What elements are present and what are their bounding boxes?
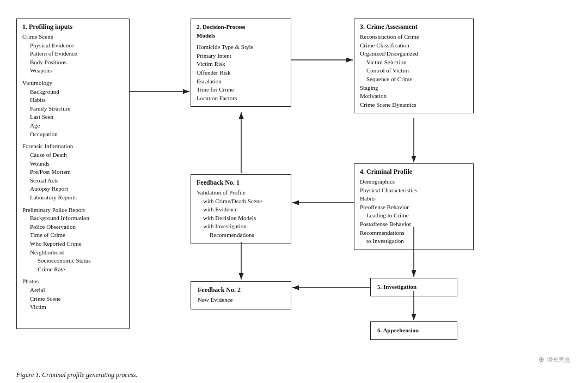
box4-title: 4. Criminal Profile bbox=[360, 168, 468, 176]
box3-crime-assessment: 3. Crime Assessment Reconstruction of Cr… bbox=[354, 19, 474, 113]
police-report-heading: Preliminary Police Report bbox=[22, 206, 124, 215]
box4-criminal-profile: 4. Criminal Profile Demographics Physica… bbox=[354, 163, 474, 250]
box4-leading: Leading to Crime bbox=[360, 212, 409, 218]
box3-title: 3. Crime Assessment bbox=[360, 23, 468, 31]
forensic-items: Cause of Death Wounds Pre/Post Mortem Se… bbox=[22, 151, 124, 202]
crime-rate-item: Crime Rate bbox=[30, 266, 65, 272]
victimology-items: Background Habits Family Structure Last … bbox=[22, 88, 124, 139]
crime-scene-items: Physical Evidence Pattern of Evidence Bo… bbox=[22, 41, 124, 75]
box3-victim-sel: Victim Selection bbox=[360, 59, 407, 65]
box5-title: 5. Investigation bbox=[377, 283, 416, 290]
watermark-text: 增长黑盒 bbox=[547, 356, 571, 364]
box5-content: 5. Investigation bbox=[377, 283, 450, 291]
feedback1-title: Feedback No. 1 bbox=[197, 179, 285, 187]
watermark-icon: ⊕ bbox=[538, 355, 544, 364]
figure-caption: Figure 1. Criminal profile generating pr… bbox=[16, 371, 572, 379]
watermark: ⊕ 增长黑盒 bbox=[538, 355, 571, 364]
socioeconomic-item: Socioeconomic Status bbox=[30, 257, 90, 264]
photos-items: Aerial Crime Scene Victim bbox=[22, 286, 124, 312]
box3-content: Reconstruction of Crime Crime Classifica… bbox=[360, 33, 468, 109]
feedback1-box: Feedback No. 1 Validation of Profile wit… bbox=[191, 174, 291, 244]
police-report-items: Background Information Police Observatio… bbox=[22, 214, 124, 273]
box2-title: 2. Decision-Process bbox=[197, 23, 285, 32]
victimology-heading: Victimology bbox=[22, 79, 124, 88]
box4-content: Demographics Physical Characteristics Ha… bbox=[360, 178, 468, 246]
crime-scene-heading: Crime Scene bbox=[22, 33, 124, 41]
feedback2-title: Feedback No. 2 bbox=[198, 286, 284, 294]
box2-decision-process: 2. Decision-Process Models Homicide Type… bbox=[191, 19, 291, 107]
fb1-crime: with Crime/Death Scene bbox=[197, 198, 262, 204]
main-container: 1. Profiling inputs Crime Scene Physical… bbox=[0, 0, 588, 383]
fb1-decision: with Decision Models bbox=[197, 215, 256, 221]
box6-title: 6. Apprehension bbox=[377, 327, 419, 333]
fb1-investigation: with Investigation bbox=[197, 223, 247, 229]
box3-control: Control of Victim bbox=[360, 67, 409, 74]
forensic-heading: Forensic Information bbox=[22, 142, 124, 151]
box5-investigation: 5. Investigation bbox=[370, 278, 457, 296]
feedback2-box: Feedback No. 2 New Evidence bbox=[191, 281, 291, 309]
box6-apprehension: 6. Apprehension bbox=[370, 321, 457, 340]
box1-content: Crime Scene Physical Evidence Pattern of… bbox=[22, 33, 124, 312]
box1-profiling-inputs: 1. Profiling inputs Crime Scene Physical… bbox=[16, 19, 130, 329]
feedback2-content: New Evidence bbox=[198, 296, 284, 305]
box6-content: 6. Apprehension bbox=[377, 326, 450, 335]
box2-items: Homicide Type & Style Primary Intent Vic… bbox=[197, 43, 285, 102]
box2-subtitle: Models bbox=[197, 32, 285, 40]
box1-title: 1. Profiling inputs bbox=[22, 23, 124, 31]
box3-sequence: Sequence of Crime bbox=[360, 76, 412, 82]
photos-heading: Photos bbox=[22, 277, 124, 286]
diagram-area: 1. Profiling inputs Crime Scene Physical… bbox=[16, 11, 572, 362]
feedback1-content: Validation of Profile with Crime/Death S… bbox=[197, 189, 285, 240]
fb1-reco: Recommendations bbox=[197, 232, 254, 238]
box2-content: 2. Decision-Process Models Homicide Type… bbox=[197, 23, 285, 102]
box4-to-inv: to Investigation bbox=[360, 238, 404, 244]
fb1-evidence: with Evidence bbox=[197, 206, 237, 212]
